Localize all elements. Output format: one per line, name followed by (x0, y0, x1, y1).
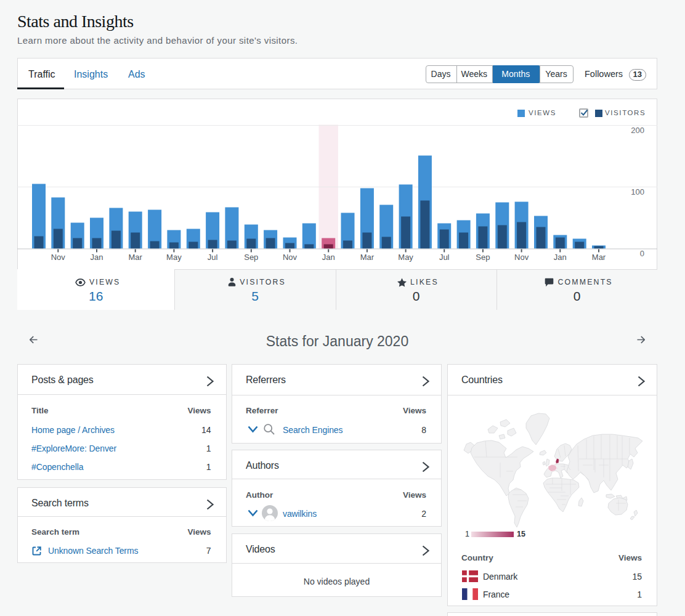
svg-text:May: May (166, 253, 182, 262)
svg-text:Jan: Jan (91, 253, 103, 262)
svg-text:Sep: Sep (476, 253, 490, 262)
svg-text:Sep: Sep (244, 253, 258, 262)
svg-text:Nov: Nov (514, 253, 529, 262)
svg-text:100: 100 (631, 187, 644, 197)
svg-text:Jul: Jul (439, 253, 450, 262)
svg-text:Jan: Jan (322, 253, 335, 262)
svg-text:Mar: Mar (592, 253, 606, 262)
svg-text:Jul: Jul (208, 253, 218, 262)
svg-text:Nov: Nov (283, 253, 298, 262)
svg-text:May: May (398, 253, 413, 262)
svg-text:200: 200 (631, 126, 644, 135)
svg-text:0: 0 (640, 249, 644, 258)
svg-text:Mar: Mar (129, 253, 143, 262)
svg-text:Jan: Jan (554, 253, 567, 262)
svg-text:Mar: Mar (360, 253, 375, 262)
svg-text:Nov: Nov (51, 253, 66, 262)
